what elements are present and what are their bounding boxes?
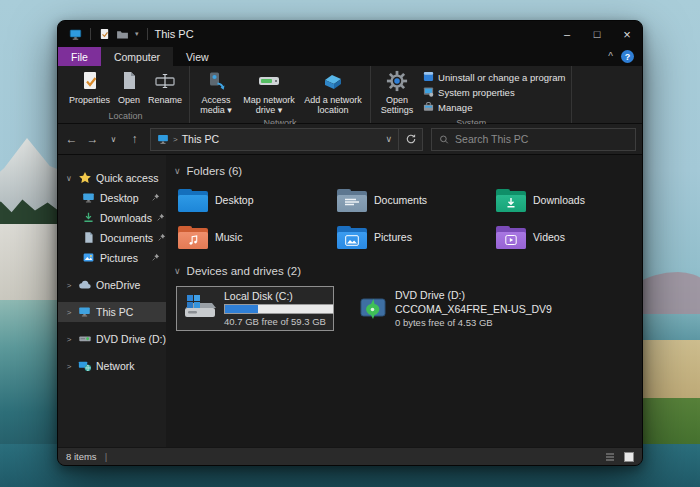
sidebar-onedrive-label: OneDrive <box>96 279 140 291</box>
search-box[interactable] <box>431 128 636 151</box>
pin-icon <box>151 192 166 204</box>
sidebar-item-quick-access[interactable]: ∨ Quick access <box>58 168 166 188</box>
open-settings-button[interactable]: Open Settings <box>375 68 419 117</box>
folders-section-header[interactable]: ∨ Folders (6) <box>174 161 632 181</box>
sidebar-item-downloads[interactable]: Downloads <box>58 208 166 228</box>
system-properties-icon <box>423 86 434 99</box>
address-dropdown-icon[interactable]: ∨ <box>379 134 398 144</box>
window-title: This PC <box>155 28 194 40</box>
sidebar-item-dvd-drive[interactable]: > DVD Drive (D:) CCCO <box>58 329 166 349</box>
folder-icon-downloads <box>496 189 526 212</box>
sidebar-item-desktop[interactable]: Desktop <box>58 188 166 208</box>
open-button[interactable]: Open <box>115 68 143 107</box>
search-input[interactable] <box>455 133 628 145</box>
forward-button[interactable]: → <box>83 128 102 150</box>
uninstall-label: Uninstall or change a program <box>438 72 565 83</box>
back-button[interactable]: ← <box>62 128 81 150</box>
folder-label: Videos <box>533 231 565 243</box>
sidebar-item-documents[interactable]: Documents <box>58 228 166 248</box>
sidebar-documents-label: Documents <box>100 232 153 244</box>
collapse-ribbon-button[interactable]: ^ <box>608 51 613 62</box>
sidebar-item-this-pc[interactable]: > This PC <box>58 302 166 322</box>
chevron-right-icon[interactable]: > <box>64 362 74 371</box>
status-bar: 8 items | <box>58 447 642 465</box>
thumbnail-view-button[interactable] <box>621 450 637 464</box>
folders-header-label: Folders (6) <box>187 165 243 177</box>
chevron-right-icon[interactable]: > <box>64 308 74 317</box>
this-pc-icon <box>78 305 92 319</box>
folder-tile-downloads[interactable]: Downloads <box>494 185 642 215</box>
manage-button[interactable]: Manage <box>423 101 565 114</box>
details-view-button[interactable] <box>602 450 618 464</box>
system-properties-button[interactable]: System properties <box>423 86 565 99</box>
folder-tile-documents[interactable]: Documents <box>335 185 494 215</box>
access-media-icon <box>205 70 227 94</box>
open-icon <box>119 70 139 94</box>
ribbon-group-system: Open Settings Uninstall or change a prog… <box>371 66 572 123</box>
drive-tile-dvd[interactable]: DVD Drive (D:) CCCOMA_X64FRE_EN-US_DV9 0… <box>352 286 557 331</box>
drive-detail: 0 bytes free of 4.53 GB <box>395 317 552 328</box>
recent-locations-dropdown[interactable]: ∨ <box>104 128 123 150</box>
rename-icon <box>154 70 176 94</box>
folder-label: Documents <box>374 194 427 206</box>
folder-icon-desktop <box>178 189 208 212</box>
cloud-icon <box>78 278 92 292</box>
qat-properties-button[interactable] <box>96 21 113 47</box>
sidebar-item-onedrive[interactable]: > OneDrive <box>58 275 166 295</box>
folder-label: Pictures <box>374 231 412 243</box>
tab-file[interactable]: File <box>58 47 101 66</box>
system-properties-label: System properties <box>438 87 515 98</box>
qat-new-folder-button[interactable] <box>113 21 132 47</box>
title-bar[interactable]: ▾ This PC – □ × <box>58 21 642 47</box>
uninstall-program-button[interactable]: Uninstall or change a program <box>423 71 565 84</box>
close-button[interactable]: × <box>612 21 642 47</box>
properties-button[interactable]: Properties <box>66 68 113 107</box>
refresh-button[interactable] <box>398 129 422 150</box>
content-pane: ∨ Folders (6) Desktop Documents <box>166 155 642 447</box>
chevron-right-icon[interactable]: > <box>64 335 74 344</box>
navigation-bar: ← → ∨ ↑ > This PC ∨ <box>58 124 642 155</box>
breadcrumb-this-pc[interactable]: This PC <box>182 133 219 145</box>
folder-tile-music[interactable]: Music <box>176 222 335 252</box>
collapse-section-icon[interactable]: ∨ <box>174 166 181 176</box>
desktop-icon <box>82 191 96 205</box>
ribbon-group-location: Properties Open Rename Location <box>62 66 190 123</box>
add-network-location-button[interactable]: Add a network location <box>300 68 366 117</box>
breadcrumb[interactable]: > This PC <box>151 133 225 145</box>
help-icon[interactable]: ? <box>621 50 634 63</box>
folder-tile-videos[interactable]: Videos <box>494 222 642 252</box>
minimize-button[interactable]: – <box>552 21 582 47</box>
sidebar-network-label: Network <box>96 360 135 372</box>
group-label-location: Location <box>66 110 185 123</box>
devices-section-header[interactable]: ∨ Devices and drives (2) <box>174 261 632 281</box>
rename-button[interactable]: Rename <box>145 68 185 107</box>
chevron-down-icon[interactable]: ∨ <box>64 174 74 183</box>
access-media-button[interactable]: Access media ▾ <box>194 68 238 117</box>
ribbon: Properties Open Rename Location <box>58 66 642 124</box>
capacity-bar <box>224 304 334 314</box>
folder-icon-videos <box>496 226 526 249</box>
qat-customize-dropdown[interactable]: ▾ <box>132 21 142 47</box>
manage-icon <box>423 101 434 114</box>
tab-computer[interactable]: Computer <box>101 47 173 66</box>
network-icon <box>78 359 92 373</box>
folder-tile-pictures[interactable]: Pictures <box>335 222 494 252</box>
sidebar-item-network[interactable]: > Network <box>58 356 166 376</box>
drive-volume: CCCOMA_X64FRE_EN-US_DV9 <box>395 303 552 315</box>
manage-label: Manage <box>438 102 472 113</box>
sidebar-item-pictures[interactable]: Pictures <box>58 248 166 268</box>
collapse-section-icon[interactable]: ∨ <box>174 266 181 276</box>
drive-detail: 40.7 GB free of 59.3 GB <box>224 316 328 327</box>
up-button[interactable]: ↑ <box>125 128 144 150</box>
sidebar-dvd-label: DVD Drive (D:) CCCO <box>96 333 166 345</box>
address-bar[interactable]: > This PC ∨ <box>150 128 423 151</box>
tab-view[interactable]: View <box>173 47 222 66</box>
chevron-right-icon[interactable]: > <box>64 281 74 290</box>
folder-icon-documents <box>337 189 367 212</box>
add-network-location-icon <box>321 70 345 94</box>
folder-tile-desktop[interactable]: Desktop <box>176 185 335 215</box>
sidebar-this-pc-label: This PC <box>96 306 133 318</box>
drive-tile-local-disk[interactable]: Local Disk (C:) 40.7 GB free of 59.3 GB <box>176 286 334 331</box>
map-network-drive-button[interactable]: Map network drive ▾ <box>240 68 298 117</box>
maximize-button[interactable]: □ <box>582 21 612 47</box>
